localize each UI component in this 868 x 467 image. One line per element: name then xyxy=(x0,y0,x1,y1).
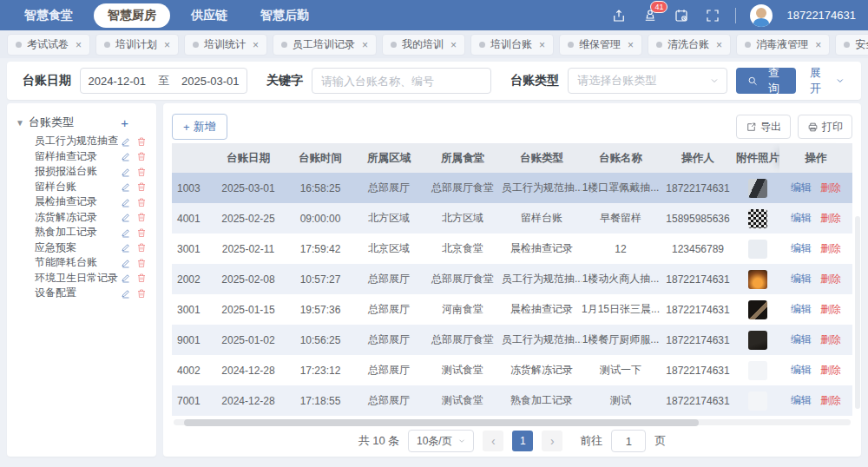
edit-icon[interactable] xyxy=(118,273,134,283)
scrollbar-thumb[interactable] xyxy=(184,419,699,426)
edit-icon[interactable] xyxy=(118,227,134,238)
delete-icon[interactable] xyxy=(134,197,149,207)
delete-link[interactable]: 删除 xyxy=(820,242,841,254)
attachment-photo[interactable] xyxy=(748,179,767,198)
next-page-button[interactable]: › xyxy=(542,431,562,451)
delete-icon[interactable] xyxy=(134,136,149,147)
edit-icon[interactable] xyxy=(118,288,134,299)
date-range-picker[interactable]: 2024-12-01 至 2025-03-01 xyxy=(80,68,247,94)
attachment-photo[interactable] xyxy=(748,331,767,350)
prev-page-button[interactable]: ‹ xyxy=(483,431,503,451)
tab-消毒液管理[interactable]: 消毒液管理× xyxy=(736,34,830,56)
tab-我的培训[interactable]: 我的培训× xyxy=(382,34,465,56)
edit-link[interactable]: 编辑 xyxy=(791,273,812,285)
delete-icon[interactable] xyxy=(134,167,149,177)
delete-link[interactable]: 删除 xyxy=(820,333,841,345)
table-row[interactable]: 40012025-02-2509:00:00北方区域北方区域留样台账早餐留样15… xyxy=(172,203,852,234)
close-icon[interactable]: × xyxy=(362,39,368,51)
edit-icon[interactable] xyxy=(118,197,134,207)
table-row[interactable]: 30012025-02-1117:59:42北京区域北京食堂晨检抽查记录1212… xyxy=(172,234,852,264)
tab-维保管理[interactable]: 维保管理× xyxy=(559,34,642,56)
table-row[interactable]: 40022024-12-2817:23:12总部展厅测试食堂冻货解冻记录测试一下… xyxy=(172,355,852,385)
tree-item-应急预案[interactable]: 应急预案 xyxy=(14,240,149,256)
tab-安全日活动[interactable]: 安全日活动× xyxy=(835,34,868,56)
attachment-photo[interactable] xyxy=(748,391,767,411)
table-row[interactable]: 10032025-03-0116:58:25总部展厅总部展厅食堂员工行为规范抽.… xyxy=(172,173,852,203)
calendar-clock-icon[interactable] xyxy=(673,7,690,24)
close-icon[interactable]: × xyxy=(628,39,634,51)
table-row[interactable]: 90012025-01-0210:56:25总部展厅总部展厅食堂员工行为规范抽.… xyxy=(172,325,852,355)
tree-item-环境卫生日常记录[interactable]: 环境卫生日常记录 xyxy=(14,271,149,286)
tree-root-ledger-type[interactable]: ▼ 台账类型 + xyxy=(14,113,149,134)
search-button[interactable]: 查询 xyxy=(736,68,796,94)
vertical-scrollbar[interactable] xyxy=(855,216,860,409)
ledger-type-select[interactable]: 请选择台账类型 xyxy=(568,68,727,94)
goto-page-input[interactable] xyxy=(611,430,646,452)
tree-item-报损报溢台账[interactable]: 报损报溢台账 xyxy=(14,164,149,180)
keyword-input[interactable] xyxy=(312,68,491,94)
approval-stamp-icon[interactable]: 41 xyxy=(641,7,659,24)
export-button[interactable]: 导出 xyxy=(736,115,791,139)
tree-item-熟食加工记录[interactable]: 熟食加工记录 xyxy=(14,225,149,240)
delete-link[interactable]: 删除 xyxy=(820,303,841,315)
edit-link[interactable]: 编辑 xyxy=(791,333,812,345)
fullscreen-icon[interactable] xyxy=(704,7,721,24)
edit-link[interactable]: 编辑 xyxy=(791,303,812,315)
attachment-photo[interactable] xyxy=(748,240,767,259)
edit-link[interactable]: 编辑 xyxy=(791,212,812,224)
tree-item-留样台账[interactable]: 留样台账 xyxy=(14,180,149,195)
attachment-photo[interactable] xyxy=(748,300,767,319)
date-start[interactable]: 2024-12-01 xyxy=(89,75,147,88)
delete-link[interactable]: 删除 xyxy=(820,364,841,376)
tree-item-冻货解冻记录[interactable]: 冻货解冻记录 xyxy=(14,210,149,226)
avatar[interactable] xyxy=(750,4,773,27)
date-end[interactable]: 2025-03-01 xyxy=(181,75,240,88)
delete-link[interactable]: 删除 xyxy=(820,273,841,285)
tab-员工培训记录[interactable]: 员工培训记录× xyxy=(273,34,377,56)
page-size-select[interactable]: 10条/页 xyxy=(408,430,474,452)
edit-link[interactable]: 编辑 xyxy=(791,242,812,254)
table-row[interactable]: 20022025-02-0810:57:27总部展厅总部展厅食堂员工行为规范抽.… xyxy=(172,264,852,294)
tree-item-留样抽查记录[interactable]: 留样抽查记录 xyxy=(14,149,149,165)
attachment-photo[interactable] xyxy=(748,361,767,380)
tab-培训计划[interactable]: 培训计划× xyxy=(95,34,179,56)
tree-item-节能降耗台账[interactable]: 节能降耗台账 xyxy=(14,255,149,271)
close-icon[interactable]: × xyxy=(815,39,821,51)
nav-menu-智慧厨房[interactable]: 智慧厨房 xyxy=(94,3,170,28)
edit-icon[interactable] xyxy=(118,242,134,253)
table-row[interactable]: 30012025-01-1519:57:36总部展厅河南食堂晨检抽查记录1月15… xyxy=(172,294,852,325)
close-icon[interactable]: × xyxy=(164,39,170,51)
add-button[interactable]: + 新增 xyxy=(172,114,227,140)
print-button[interactable]: 打印 xyxy=(798,115,852,139)
edit-icon[interactable] xyxy=(118,181,134,192)
delete-icon[interactable] xyxy=(134,227,149,238)
delete-icon[interactable] xyxy=(134,273,149,283)
edit-icon[interactable] xyxy=(118,258,134,268)
page-number-1[interactable]: 1 xyxy=(512,431,533,451)
tree-item-设备配置[interactable]: 设备配置 xyxy=(14,286,149,301)
nav-menu-智慧食堂[interactable]: 智慧食堂 xyxy=(12,4,85,27)
table-row[interactable]: 70012024-12-2817:18:55总部展厅测试食堂熟食加工记录测试18… xyxy=(172,385,852,416)
delete-icon[interactable] xyxy=(134,242,149,253)
edit-link[interactable]: 编辑 xyxy=(791,364,812,376)
delete-icon[interactable] xyxy=(134,258,149,268)
attachment-photo[interactable] xyxy=(748,209,767,228)
delete-link[interactable]: 删除 xyxy=(820,394,841,406)
share-icon[interactable] xyxy=(610,7,628,24)
close-icon[interactable]: × xyxy=(450,39,457,51)
nav-menu-智慧后勤[interactable]: 智慧后勤 xyxy=(248,4,321,27)
delete-icon[interactable] xyxy=(134,181,149,192)
close-icon[interactable]: × xyxy=(539,39,545,51)
horizontal-scrollbar[interactable] xyxy=(174,419,851,425)
edit-icon[interactable] xyxy=(118,151,134,161)
expand-toggle[interactable]: 展开 xyxy=(810,65,845,96)
close-icon[interactable]: × xyxy=(76,39,82,51)
close-icon[interactable]: × xyxy=(716,39,722,51)
edit-icon[interactable] xyxy=(118,212,134,222)
tab-培训台账[interactable]: 培训台账× xyxy=(470,34,554,56)
caret-down-icon[interactable]: ▼ xyxy=(16,118,24,128)
edit-icon[interactable] xyxy=(118,136,134,147)
delete-icon[interactable] xyxy=(134,151,149,161)
add-type-icon[interactable]: + xyxy=(121,115,148,130)
tree-item-晨检抽查记录[interactable]: 晨检抽查记录 xyxy=(14,194,149,210)
